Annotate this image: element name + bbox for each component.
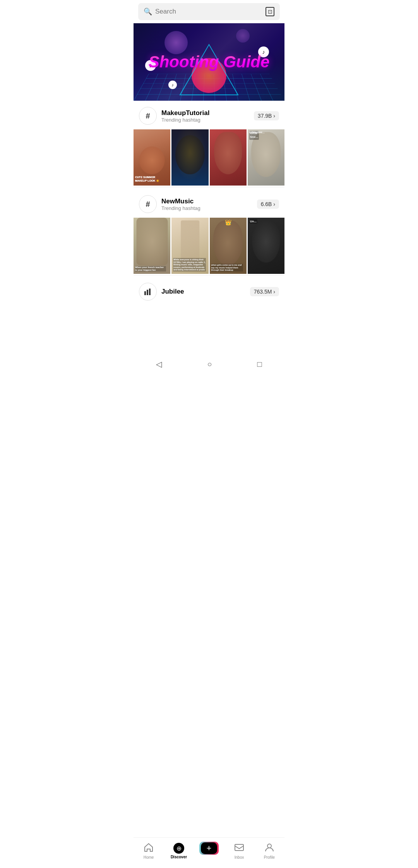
jubilee-icon <box>139 283 157 301</box>
video-thumb[interactable]: CUTE SUMMER MAKEUP LOOK ☀️ <box>134 129 170 186</box>
search-input[interactable] <box>155 8 266 15</box>
home-button[interactable]: ○ <box>207 360 212 369</box>
video-thumb[interactable] <box>171 129 208 186</box>
search-left: 🔍 <box>144 7 266 16</box>
makeuptutorial-left: # MakeupTutorial Trending hashtag <box>139 107 209 125</box>
back-button[interactable]: ◁ <box>156 359 162 369</box>
makeuptutorial-video-grid: CUTE SUMMER MAKEUP LOOK ☀️ GRWSne... <box>134 129 284 186</box>
newmusic-video-grid: When your french teacher is your biggest… <box>134 218 284 274</box>
jubilee-left: Jubilee <box>139 283 184 301</box>
svg-rect-3 <box>149 289 151 295</box>
search-bar[interactable]: 🔍 ⊡ <box>138 3 280 20</box>
video-thumb[interactable]: GRWSne... <box>248 129 284 186</box>
makeuptutorial-header: # MakeupTutorial Trending hashtag 37.9B … <box>139 107 279 125</box>
jubilee-count[interactable]: 763.5M › <box>250 287 279 296</box>
scan-icon[interactable]: ⊡ <box>266 7 274 16</box>
video-thumb[interactable] <box>210 129 247 186</box>
video-thumb[interactable]: 👑 when girls come up to me and say my mu… <box>210 218 247 274</box>
jubilee-section: Jubilee 763.5M › <box>134 277 284 356</box>
recent-button[interactable]: □ <box>257 360 262 369</box>
newmusic-header: # NewMusic Trending hashtag 6.6B › <box>139 195 279 213</box>
system-nav: ◁ ○ □ <box>134 356 284 376</box>
banner-circle-small <box>236 29 250 43</box>
video-thumb[interactable]: Un... <box>248 218 284 274</box>
jubilee-info: Jubilee <box>161 288 184 296</box>
video-thumb[interactable]: While everyone is sitting their GCSEs, I… <box>171 218 208 274</box>
jubilee-header: Jubilee 763.5M › <box>139 283 279 301</box>
newmusic-section: # NewMusic Trending hashtag 6.6B › <box>134 189 284 218</box>
divider-2 <box>134 275 284 276</box>
svg-rect-1 <box>144 291 146 295</box>
banner-title: Shooting Guide <box>149 53 270 71</box>
newmusic-subtitle: Trending hashtag <box>161 205 200 211</box>
newmusic-info: NewMusic Trending hashtag <box>161 198 200 211</box>
makeuptutorial-title[interactable]: MakeupTutorial <box>161 109 209 117</box>
divider-1 <box>134 187 284 187</box>
newmusic-left: # NewMusic Trending hashtag <box>139 195 200 213</box>
newmusic-title[interactable]: NewMusic <box>161 198 200 205</box>
video-thumb[interactable]: When your french teacher is your biggest… <box>134 218 170 274</box>
jubilee-title[interactable]: Jubilee <box>161 288 184 296</box>
makeuptutorial-info: MakeupTutorial Trending hashtag <box>161 109 209 123</box>
newmusic-hash-icon: # <box>139 195 157 213</box>
svg-rect-2 <box>147 290 148 295</box>
banner: ♪ ♪ ♪ Shooting Guide <box>134 23 284 101</box>
makeuptutorial-subtitle: Trending hashtag <box>161 117 209 123</box>
makeuptutorial-count[interactable]: 37.9B › <box>254 111 279 120</box>
makeuptutorial-section: # MakeupTutorial Trending hashtag 37.9B … <box>134 101 284 129</box>
tiktok-logo-3: ♪ <box>168 81 177 89</box>
search-icon: 🔍 <box>144 7 152 16</box>
makeuptutorial-hash-icon: # <box>139 107 157 125</box>
newmusic-count[interactable]: 6.6B › <box>257 199 279 209</box>
